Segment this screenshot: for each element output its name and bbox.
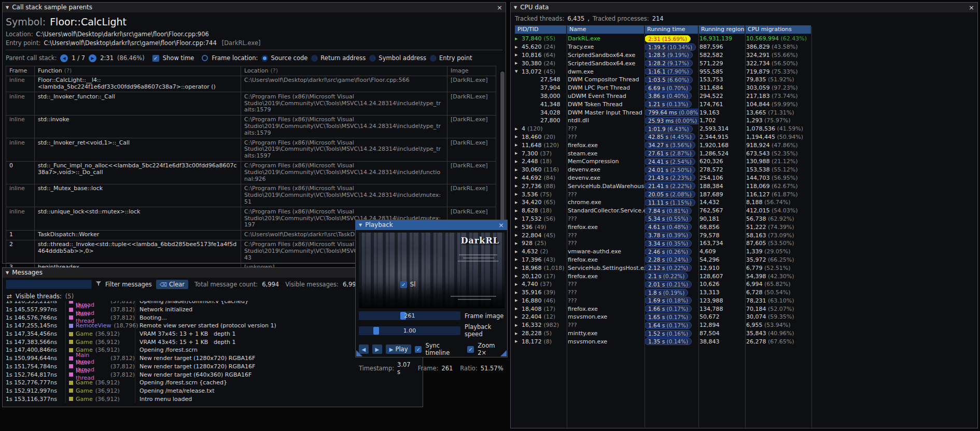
- expand-arrow-icon[interactable]: ▶: [515, 274, 522, 278]
- expand-arrow-icon[interactable]: ▶: [515, 225, 522, 229]
- column-divider[interactable]: [811, 26, 812, 427]
- expand-arrow-icon[interactable]: ▶: [515, 315, 522, 319]
- playback-speed-slider[interactable]: 1.00: [359, 326, 460, 335]
- cpu-process-row[interactable]: ▶ 18,172 (8) msvsmon.exe 1.35 s (0.14%) …: [515, 337, 977, 346]
- cpu-process-row[interactable]: ▶ 18,968 (1,018) ServiceHub.SettingsHost…: [515, 264, 977, 272]
- frame-location-radio[interactable]: Entry point: [430, 54, 472, 62]
- cpu-process-row[interactable]: ▶ 3,536 (75) ??? 20.05 s (2.08%) 187,689…: [515, 190, 977, 198]
- expand-arrow-icon[interactable]: ▶: [515, 291, 522, 295]
- close-icon[interactable]: ×: [497, 3, 502, 12]
- cpu-process-row[interactable]: ▶ 44,692 (84) devenv.exe 21.43 s (2.23%)…: [515, 174, 977, 182]
- cpu-process-row[interactable]: ▶ 37,840 (55) DarkRL.exe 2:31 (15.69%) 1…: [515, 35, 977, 43]
- col-cpu-migrations[interactable]: CPU migrations: [745, 25, 811, 34]
- column-divider[interactable]: [567, 26, 567, 427]
- resize-grip[interactable]: [500, 350, 507, 356]
- cpu-process-row[interactable]: 34,028 DWM Master Input Thread 799.64 ms…: [515, 108, 977, 117]
- cpu-process-row[interactable]: 37,904 DWM LPC Port Thread 6.69 s (0.70%…: [515, 84, 977, 92]
- message-row[interactable]: 1s 152,776,777ns Game (36,912) Opening /…: [3, 379, 423, 387]
- col-pid-tid[interactable]: PID/TID: [515, 25, 567, 34]
- scrollbar-thumb[interactable]: [500, 71, 505, 235]
- frame-location-radio[interactable]: Symbol address: [369, 54, 426, 62]
- cpu-process-row[interactable]: ▶ 16,332 (982) ??? 1.64 s (0.17%) 12,894…: [515, 321, 977, 329]
- expand-arrow-icon[interactable]: ▶: [515, 127, 522, 131]
- cpu-titlebar[interactable]: ▼ CPU data ×: [511, 3, 977, 12]
- help-marker[interactable]: (?): [64, 67, 72, 74]
- cpu-process-row[interactable]: ▶ 4,740 (37) ??? 2.01 s (0.21%) 10,626 6…: [515, 280, 977, 289]
- cpu-process-row[interactable]: ▶ 928 (25) ??? 3.34 s (0.35%) 163,734 87…: [515, 239, 977, 248]
- playback-titlebar[interactable]: ▼ Playback ×: [356, 220, 507, 230]
- radio-icon[interactable]: [430, 55, 437, 62]
- column-divider[interactable]: [745, 26, 746, 427]
- callstack-frame-row[interactable]: inline Floor::CalcLight::__l4::<lambda_5…: [6, 76, 496, 93]
- expand-arrow-icon[interactable]: ▶: [515, 160, 522, 164]
- collapse-icon[interactable]: ▼: [514, 3, 517, 12]
- frame-location-radio[interactable]: Return address: [311, 54, 366, 62]
- next-stack-button[interactable]: ▶: [89, 54, 96, 62]
- col-running-regions[interactable]: Running regions: [698, 25, 745, 34]
- expand-arrow-icon[interactable]: ▶: [515, 257, 522, 262]
- cpu-process-row[interactable]: ▶ 16,880 (46) ??? 1.69 s (0.18%) 123,988…: [515, 297, 977, 305]
- cpu-process-row[interactable]: 27,548 DWM Compositor Thread 1:03.5 (6.6…: [515, 76, 977, 84]
- cpu-process-row[interactable]: ▶ 8,628 (18) StandardCollector.Service.e…: [515, 207, 977, 215]
- callstack-frame-row[interactable]: inline std::_Invoker_functor::_Call C:\P…: [6, 92, 496, 115]
- expand-arrow-icon[interactable]: ▶: [515, 61, 522, 65]
- cpu-process-row[interactable]: ▶ 536 (49) firefox.exe 4.61 s (0.48%) 68…: [515, 223, 977, 231]
- collapse-icon[interactable]: ▼: [6, 3, 9, 12]
- expand-arrow-icon[interactable]: ▶: [515, 332, 522, 336]
- cpu-process-row[interactable]: ▶ 34,420 (65) chrome.exe 11.11 s (1.15%)…: [515, 198, 977, 207]
- message-row[interactable]: 1s 153,116,377ns Game (36,912) Intro men…: [3, 395, 423, 403]
- cpu-process-row[interactable]: 38,000 uDWM Event Thread 3.86 s (0.40%) …: [515, 92, 977, 100]
- expand-arrow-icon[interactable]: ▶: [515, 168, 522, 172]
- cpu-process-row[interactable]: ▶ 30,060 (116) devenv.exe 24.01 s (2.50%…: [515, 166, 977, 174]
- expand-arrow-icon[interactable]: ▶: [515, 53, 522, 57]
- sync-timeline-checkbox[interactable]: [415, 346, 422, 353]
- expand-arrow-icon[interactable]: ▶: [515, 184, 522, 188]
- cpu-process-row[interactable]: ▶ 4 (120) ??? 1:01.9 (6.43%) 2,593,314 1…: [515, 125, 977, 133]
- expand-arrow-icon[interactable]: ▶: [515, 233, 522, 237]
- col-image[interactable]: Image: [447, 66, 496, 76]
- expand-arrow-icon[interactable]: ▼: [515, 69, 522, 74]
- clear-button[interactable]: ⌫ Clear: [156, 280, 188, 289]
- play-button[interactable]: ▶ Play: [386, 344, 412, 354]
- column-divider[interactable]: [645, 26, 645, 427]
- col-function[interactable]: Function(?): [35, 66, 241, 76]
- collapse-icon[interactable]: ▼: [6, 268, 9, 278]
- cpu-process-row[interactable]: ▶ 17,532 (56) ??? 5.34 s (0.55%) 90,181 …: [515, 215, 977, 223]
- cpu-process-row[interactable]: ▶ 10,816 (64) ScriptedSandbox64.exe 1:28…: [515, 51, 977, 60]
- cpu-process-row[interactable]: ▶ 30,380 (24) ScriptedSandbox64.exe 1:28…: [515, 59, 977, 67]
- expand-arrow-icon[interactable]: ▶: [515, 176, 522, 180]
- frame-image-slider[interactable]: 261: [359, 311, 460, 320]
- radio-icon[interactable]: [261, 55, 268, 62]
- cpu-process-row[interactable]: ▶ 27,736 (88) ServiceHub.DataWarehouse 2…: [515, 182, 977, 190]
- expand-arrow-icon[interactable]: ▶: [515, 307, 522, 311]
- cpu-process-row[interactable]: ▶ 45,620 (24) Tracy.exe 1:39.5 (10.34%) …: [515, 43, 977, 51]
- cpu-process-row[interactable]: ▶ 4,632 (2) vmware-authd.exe 2.46 s (0.2…: [515, 248, 977, 256]
- callstack-frame-row[interactable]: inline std::_Mutex_base::lock C:\Program…: [6, 184, 496, 207]
- cpu-process-row[interactable]: ▶ 22,804 (45) ??? 3.78 s (0.39%) 79,578 …: [515, 231, 977, 239]
- expand-arrow-icon[interactable]: ▶: [515, 339, 522, 343]
- frame-location-radio[interactable]: Source code: [261, 54, 307, 62]
- col-frame[interactable]: Frame: [6, 66, 35, 76]
- close-icon[interactable]: ×: [969, 3, 974, 12]
- show-time-checkbox[interactable]: [152, 55, 159, 62]
- cpu-process-row[interactable]: ▶ 28,228 (5) mintty.exe 1.52 s (0.16%) 8…: [515, 329, 977, 338]
- resize-grip[interactable]: [356, 350, 362, 356]
- cpu-process-row[interactable]: 41,348 DWM Token Thread 1.21 s (0.13%) 1…: [515, 100, 977, 108]
- cpu-process-row[interactable]: ▶ 20,120 (17) firefox.exe 2.1 s (0.22%) …: [515, 272, 977, 280]
- cpu-process-row[interactable]: ▶ 17,396 (43) firefox.exe 2.28 s (0.24%)…: [515, 256, 977, 264]
- cpu-process-row[interactable]: ▶ 22,404 (12) msvsmon.exe 1.65 s (0.17%)…: [515, 313, 977, 321]
- radio-icon[interactable]: [369, 55, 376, 62]
- cpu-process-row[interactable]: ▶ 35,916 (39) ??? 1.8 s (0.19%) 13,313 6…: [515, 289, 977, 297]
- expand-arrow-icon[interactable]: ▶: [515, 298, 522, 303]
- callstack-frame-row[interactable]: inline std::_Invoker_ret<void,1>::_Call …: [6, 138, 496, 161]
- expand-arrow-icon[interactable]: ▶: [515, 323, 522, 327]
- prev-stack-button[interactable]: ◀: [60, 54, 68, 62]
- col-running-time[interactable]: Running time: [645, 25, 698, 34]
- checkbox-icon[interactable]: [400, 281, 407, 288]
- step-forward-button[interactable]: ▶: [372, 344, 382, 354]
- cpu-process-row[interactable]: ▼ 13,072 (45) dwm.exe 1:16.1 (7.90%) 955…: [515, 67, 977, 76]
- callstack-frame-row[interactable]: inline std::invoke C:\Program Files (x86…: [6, 116, 496, 138]
- expand-arrow-icon[interactable]: ▶: [515, 135, 522, 139]
- cpu-process-row[interactable]: ▶ 7,300 (37) steam.exe 27.61 s (2.87%) 1…: [515, 149, 977, 157]
- expand-arrow-icon[interactable]: ▶: [515, 209, 522, 213]
